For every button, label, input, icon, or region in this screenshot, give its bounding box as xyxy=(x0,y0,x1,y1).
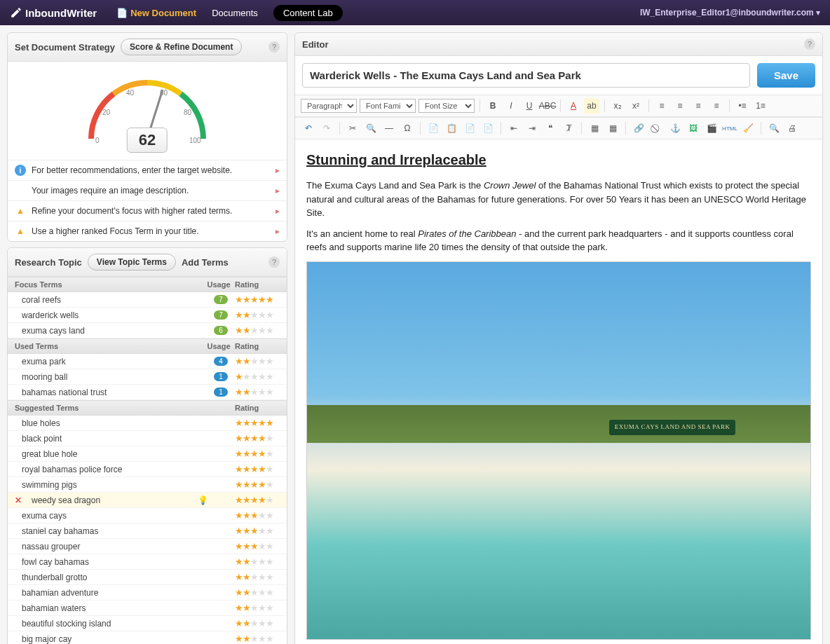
editor-header: Editor xyxy=(302,39,329,50)
numbered-list-button[interactable]: 1≡ xyxy=(753,98,768,114)
term-row[interactable]: staniel cay bahamas★★★★★ xyxy=(8,523,287,539)
term-row[interactable]: royal bahamas police force★★★★★ xyxy=(8,462,287,477)
term-name: fowl cay bahamas xyxy=(15,557,214,567)
link-button[interactable]: 🔗 xyxy=(631,121,646,136)
superscript-button[interactable]: x² xyxy=(628,98,644,114)
term-row[interactable]: nassau grouper★★★★★ xyxy=(8,539,287,554)
help-icon[interactable]: ? xyxy=(804,39,815,50)
indent-button[interactable]: ⇥ xyxy=(524,121,540,136)
align-center-button[interactable]: ≡ xyxy=(672,98,688,114)
term-row[interactable]: bahamian waters★★★★★ xyxy=(8,601,287,616)
document-title-input[interactable] xyxy=(302,63,750,88)
nav-documents[interactable]: Documents xyxy=(212,8,258,18)
term-row[interactable]: beautiful stocking island★★★★★ xyxy=(8,616,287,631)
pencil-icon xyxy=(10,6,22,19)
italic-button[interactable]: I xyxy=(503,98,519,114)
term-name: blue holes xyxy=(15,418,214,428)
recommendation-text: For better recommendations, enter the ta… xyxy=(32,165,232,175)
save-button[interactable]: Save xyxy=(757,63,815,88)
paste-button[interactable]: 📋 xyxy=(444,121,459,136)
term-row[interactable]: thunderball grotto★★★★★ xyxy=(8,570,287,585)
grid-button[interactable]: ▦ xyxy=(605,121,620,136)
print-button[interactable]: 🖨 xyxy=(784,121,800,136)
preview-button[interactable]: 🔍 xyxy=(766,121,782,136)
term-row[interactable]: coral reefs7★★★★★ xyxy=(8,292,287,308)
term-name: warderick wells xyxy=(15,310,214,320)
term-row[interactable]: mooring ball1★★★★★ xyxy=(8,369,287,385)
rating-stars: ★★★★★ xyxy=(235,387,280,397)
term-row[interactable]: black point★★★★★ xyxy=(8,431,287,446)
strikethrough-button[interactable]: ABC xyxy=(540,98,555,114)
undo-button[interactable]: ↶ xyxy=(301,121,316,136)
font-family-select[interactable]: Font Family xyxy=(360,99,416,113)
underline-button[interactable]: U xyxy=(522,98,537,114)
usage-badge: 4 xyxy=(214,357,228,366)
term-row[interactable]: ✕weedy sea dragon💡★★★★★ xyxy=(8,493,287,508)
align-justify-button[interactable]: ≡ xyxy=(709,98,724,114)
rating-stars: ★★★★★ xyxy=(235,433,280,444)
recommendation-item[interactable]: Use a higher ranked Focus Term in your t… xyxy=(8,221,287,241)
usage-badge: 7 xyxy=(214,295,228,304)
rating-stars: ★★★★★ xyxy=(235,603,280,613)
font-size-select[interactable]: Font Size xyxy=(419,99,475,113)
term-row[interactable]: swimming pigs★★★★★ xyxy=(8,477,287,493)
table-button[interactable]: ▦ xyxy=(587,121,602,136)
bullet-list-button[interactable]: •≡ xyxy=(735,98,750,114)
format-select[interactable]: Paragraph xyxy=(301,99,357,113)
term-row[interactable]: fowl cay bahamas★★★★★ xyxy=(8,554,287,570)
bold-button[interactable]: B xyxy=(485,98,501,114)
quote-button[interactable]: ❝ xyxy=(543,121,558,136)
redo-button[interactable]: ↷ xyxy=(319,121,334,136)
term-row[interactable]: bahamian adventure★★★★★ xyxy=(8,585,287,601)
recommendation-item[interactable]: iFor better recommendations, enter the t… xyxy=(8,160,287,180)
align-left-button[interactable]: ≡ xyxy=(654,98,669,114)
term-row[interactable]: exuma cays★★★★★ xyxy=(8,508,287,523)
usage-badge: 7 xyxy=(214,310,228,320)
tab-add-terms[interactable]: Add Terms xyxy=(182,257,229,268)
dismiss-icon[interactable]: ✕ xyxy=(15,495,22,505)
subscript-button[interactable]: x₂ xyxy=(610,98,625,114)
new-button[interactable]: 📄 xyxy=(426,121,441,136)
find-button[interactable]: 🔍 xyxy=(363,121,379,136)
strategy-panel: Set Document Strategy Score & Refine Doc… xyxy=(7,32,287,242)
user-menu[interactable]: IW_Enterprise_Editor1@inboundwriter.com … xyxy=(640,8,820,18)
cut-button[interactable]: ✂ xyxy=(345,121,360,136)
term-name: great blue hole xyxy=(15,449,214,459)
media-button[interactable]: 🎬 xyxy=(704,121,719,136)
term-name: staniel cay bahamas xyxy=(15,526,214,536)
recommendation-item[interactable]: !Your images require an image descriptio… xyxy=(8,180,287,200)
omega-button[interactable]: Ω xyxy=(400,121,415,136)
set-strategy-label[interactable]: Set Document Strategy xyxy=(15,42,115,53)
bg-color-button[interactable]: ab xyxy=(584,98,599,114)
recommendation-item[interactable]: Refine your document's focus with higher… xyxy=(8,200,287,221)
nav-new-document[interactable]: 📄New Document xyxy=(116,8,196,18)
clean-button[interactable]: 🧹 xyxy=(740,121,756,136)
tab-view-topic-terms[interactable]: View Topic Terms xyxy=(88,254,176,270)
hr-button[interactable]: — xyxy=(381,121,397,136)
outdent-button[interactable]: ⇤ xyxy=(506,121,522,136)
term-row[interactable]: blue holes★★★★★ xyxy=(8,416,287,431)
term-row[interactable]: bahamas national trust1★★★★★ xyxy=(8,385,287,400)
anchor-button[interactable]: ⚓ xyxy=(667,121,683,136)
html-button[interactable]: HTML xyxy=(722,121,737,136)
warn-icon xyxy=(15,226,26,237)
clear-format-button[interactable]: T̷ xyxy=(561,121,576,136)
term-row[interactable]: warderick wells7★★★★★ xyxy=(8,308,287,323)
paste-word-button[interactable]: 📄 xyxy=(462,121,477,136)
tab-research-topic[interactable]: Research Topic xyxy=(15,257,82,268)
term-row[interactable]: big major cay★★★★★ xyxy=(8,631,287,644)
paste-text-button[interactable]: 📄 xyxy=(480,121,496,136)
term-row[interactable]: great blue hole★★★★★ xyxy=(8,446,287,462)
help-icon[interactable]: ? xyxy=(268,41,280,53)
score-refine-button[interactable]: Score & Refine Document xyxy=(121,39,242,55)
rating-stars: ★★★★★ xyxy=(235,633,280,644)
help-icon[interactable]: ? xyxy=(268,256,280,268)
editor-content[interactable]: Stunning and Irreplaceable The Exuma Cay… xyxy=(295,139,822,644)
align-right-button[interactable]: ≡ xyxy=(690,98,706,114)
term-row[interactable]: exuma park4★★★★★ xyxy=(8,354,287,369)
unlink-button[interactable]: ⃠ xyxy=(649,121,665,136)
text-color-button[interactable]: A xyxy=(566,98,581,114)
nav-content-lab[interactable]: Content Lab xyxy=(273,5,343,21)
term-row[interactable]: exuma cays land6★★★★★ xyxy=(8,323,287,338)
image-button[interactable]: 🖼 xyxy=(686,121,701,136)
